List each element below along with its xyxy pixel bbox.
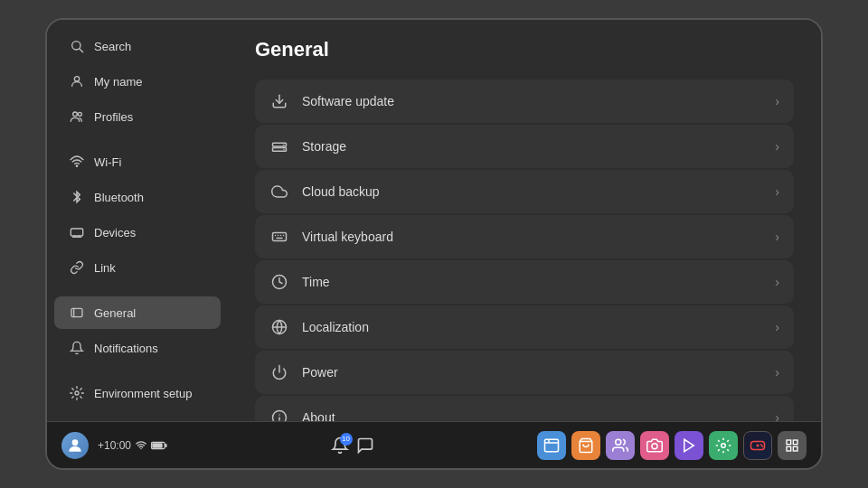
settings-item-virtual-keyboard[interactable]: Virtual keyboard › <box>255 215 794 258</box>
svg-point-4 <box>78 112 81 116</box>
settings-list: Software update › <box>255 80 794 421</box>
svg-rect-18 <box>273 233 287 241</box>
chevron-right-icon: › <box>775 184 779 199</box>
svg-point-12 <box>75 391 79 395</box>
dock-icon-game[interactable] <box>743 431 772 460</box>
cloud-icon <box>269 182 289 202</box>
svg-rect-36 <box>152 443 162 448</box>
laptop-frame: Search My name <box>45 18 823 470</box>
globe-icon <box>269 317 289 337</box>
dock-icon-settings[interactable] <box>709 431 738 460</box>
svg-point-50 <box>762 446 763 446</box>
content-area: General Software update › <box>228 20 821 421</box>
taskbar-time: +10:00 <box>98 439 167 452</box>
svg-point-2 <box>74 77 79 81</box>
svg-rect-52 <box>793 440 797 445</box>
settings-item-label: Localization <box>302 320 369 334</box>
dock-icon-shop[interactable] <box>571 431 600 460</box>
dock-icon-camera[interactable] <box>640 431 669 460</box>
settings-item-localization[interactable]: Localization › <box>255 305 794 349</box>
chevron-right-icon: › <box>775 139 779 154</box>
dock-icon-browser[interactable] <box>537 431 566 460</box>
taskbar-center: 10 <box>331 436 374 455</box>
settings-item-time[interactable]: Time › <box>255 260 794 304</box>
chevron-right-icon: › <box>775 410 779 421</box>
svg-line-1 <box>80 49 83 52</box>
sidebar-item-devices[interactable]: Devices <box>54 216 221 249</box>
svg-point-33 <box>140 447 142 449</box>
chevron-right-icon: › <box>775 365 779 380</box>
sidebar-item-profiles[interactable]: Profiles <box>54 100 221 133</box>
settings-item-label: Virtual keyboard <box>302 230 393 244</box>
svg-marker-43 <box>684 439 694 452</box>
dock-icon-users[interactable] <box>606 431 635 460</box>
sidebar-item-environment[interactable]: Environment setup <box>54 377 221 409</box>
avatar[interactable] <box>61 432 89 459</box>
sidebar-item-label: Search <box>94 40 131 53</box>
svg-point-44 <box>722 443 726 447</box>
notification-bell-button[interactable]: 10 <box>331 436 349 455</box>
svg-rect-6 <box>71 229 82 236</box>
power-icon <box>269 362 289 382</box>
dock-icon-app5[interactable] <box>675 431 703 460</box>
settings-item-power[interactable]: Power › <box>255 351 794 394</box>
sidebar-item-search[interactable]: Search <box>54 30 221 62</box>
devices-icon <box>69 224 85 240</box>
svg-point-42 <box>652 443 657 448</box>
message-icon-button[interactable] <box>356 436 374 455</box>
svg-rect-37 <box>544 439 558 452</box>
sidebar-item-myname[interactable]: My name <box>54 65 221 98</box>
sidebar-item-label: Notifications <box>94 342 158 355</box>
sidebar-item-label: Wi-Fi <box>94 155 121 169</box>
settings-item-label: Software update <box>302 94 394 108</box>
download-icon <box>269 91 289 111</box>
taskbar: +10:00 <box>47 421 821 468</box>
chevron-right-icon: › <box>775 320 779 334</box>
settings-item-label: Time <box>302 275 330 289</box>
sidebar-item-label: My name <box>94 75 142 89</box>
sidebar-separator-2 <box>47 286 228 295</box>
settings-item-storage[interactable]: Storage › <box>255 125 794 168</box>
taskbar-left: +10:00 <box>61 432 167 459</box>
chevron-right-icon: › <box>775 230 779 244</box>
svg-rect-54 <box>793 446 797 451</box>
storage-icon <box>269 136 289 156</box>
svg-point-32 <box>72 439 79 446</box>
svg-point-3 <box>73 112 78 117</box>
chevron-right-icon: › <box>775 275 779 289</box>
settings-item-label: About <box>302 410 335 421</box>
svg-rect-35 <box>165 443 167 446</box>
sidebar-item-label: General <box>94 306 136 320</box>
svg-rect-51 <box>787 440 791 445</box>
info-icon <box>269 408 289 421</box>
sidebar-item-link[interactable]: Link <box>54 251 221 284</box>
sidebar-item-general[interactable]: General <box>54 296 221 329</box>
sidebar-item-label: Devices <box>94 226 136 239</box>
person-icon <box>69 73 85 89</box>
svg-point-17 <box>283 149 285 151</box>
settings-item-software-update[interactable]: Software update › <box>255 80 794 123</box>
wifi-icon <box>69 154 85 170</box>
sidebar-item-notifications[interactable]: Notifications <box>54 332 221 364</box>
bell-icon <box>69 340 85 356</box>
settings-item-label: Cloud backup <box>302 184 380 199</box>
svg-point-5 <box>76 165 77 166</box>
sidebar-item-wifi[interactable]: Wi-Fi <box>54 145 221 178</box>
sidebar-item-bluetooth[interactable]: Bluetooth <box>54 181 221 213</box>
sidebar: Search My name <box>47 20 228 421</box>
main-content: Search My name <box>47 20 821 421</box>
link-icon <box>69 259 85 276</box>
battery-icon <box>151 441 167 450</box>
time-display: +10:00 <box>98 439 131 452</box>
content-title: General <box>255 38 794 61</box>
settings-item-cloud-backup[interactable]: Cloud backup › <box>255 170 794 213</box>
settings-item-about[interactable]: About › <box>255 396 794 421</box>
search-icon <box>69 38 85 54</box>
dock-icon-grid[interactable] <box>778 431 807 460</box>
chevron-right-icon: › <box>775 94 779 108</box>
sidebar-separator-3 <box>47 366 228 375</box>
sidebar-item-label: Environment setup <box>94 387 192 400</box>
svg-point-41 <box>616 439 621 445</box>
settings-item-label: Power <box>302 365 338 380</box>
clock-icon <box>269 272 289 292</box>
